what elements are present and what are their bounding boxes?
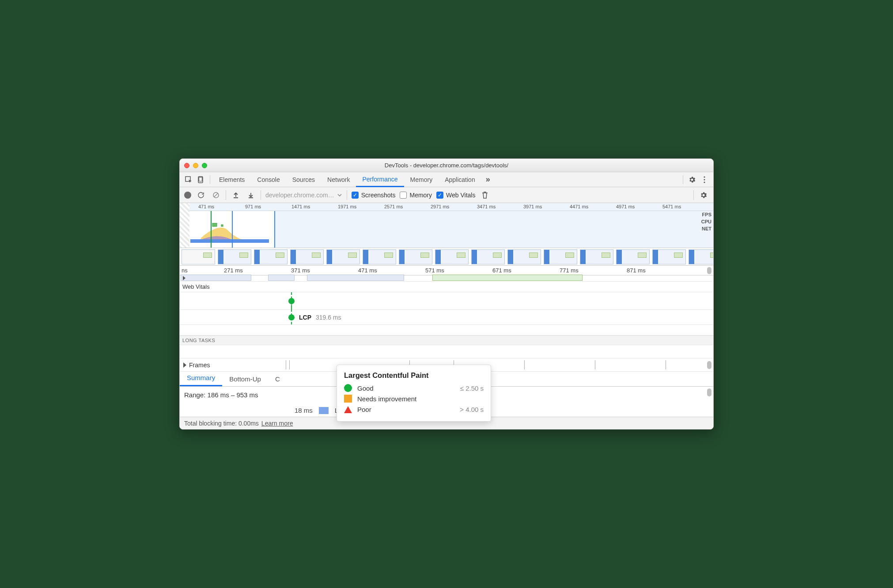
expand-triangle-icon[interactable] [183,362,186,368]
screenshot-thumb[interactable] [399,249,432,264]
cpu-label: CPU [701,219,711,224]
good-dot-icon[interactable] [288,314,295,320]
screenshot-thumb[interactable] [326,249,360,264]
clear-icon[interactable] [211,190,221,200]
screenshot-thumb[interactable] [363,249,396,264]
recording-selector[interactable]: developer.chrome.com… [265,192,342,199]
loading-swatch-icon [319,407,329,414]
threshold-label: Needs improvement [357,395,416,403]
load-marker [232,211,233,248]
devtools-window: DevTools - developer.chrome.com/tags/dev… [179,158,714,430]
detail-ruler[interactable]: ns 271 ms 371 ms 471 ms 571 ms 671 ms 77… [180,266,713,275]
scrollbar-thumb[interactable] [707,361,711,369]
memory-checkbox[interactable]: Memory [400,192,432,199]
screenshot-thumb[interactable] [652,249,686,264]
upload-icon[interactable] [231,190,241,200]
webvitals-lane-fcp[interactable] [180,292,713,310]
tbt-text: Total blocking time: 0.00ms [184,420,259,427]
screenshots-strip[interactable] [180,248,713,266]
download-icon[interactable] [246,190,256,200]
ruler-tick: 2971 ms [431,204,449,209]
reload-icon[interactable] [196,190,206,200]
network-request[interactable] [307,275,404,281]
screenshot-thumb[interactable] [471,249,505,264]
tab-bottomup[interactable]: Bottom-Up [222,372,268,386]
tab-summary[interactable]: Summary [180,370,222,386]
webvitals-lane-empty[interactable] [180,325,713,335]
threshold-value: ≤ 2.50 s [460,384,484,392]
recording-selector-label: developer.chrome.com… [265,192,334,199]
overview-timeline[interactable]: 471 ms 971 ms 1471 ms 1971 ms 2571 ms 29… [180,203,713,248]
screenshots-label: Screenshots [361,192,396,199]
tooltip-row-poor: Poor > 4.00 s [344,405,484,413]
screenshot-thumb[interactable] [616,249,650,264]
overview-ruler: 471 ms 971 ms 1471 ms 1971 ms 2571 ms 29… [180,203,713,211]
svg-point-3 [704,176,705,177]
webvitals-checkbox[interactable]: ✓ Web Vitals [436,192,475,199]
tab-console[interactable]: Console [251,172,286,187]
tooltip-row-good: Good ≤ 2.50 s [344,384,484,392]
fcp-marker [211,211,212,248]
svg-point-5 [704,181,705,183]
network-request[interactable] [432,275,583,281]
screenshot-thumb[interactable] [254,249,288,264]
screenshot-thumb[interactable] [580,249,613,264]
screenshot-thumb[interactable] [544,249,577,264]
overview-hatch [180,203,189,248]
tab-performance[interactable]: Performance [356,172,404,187]
tab-calltree[interactable]: C [268,372,287,386]
ruler-tick: 1971 ms [338,204,356,209]
screenshot-thumb[interactable] [290,249,324,264]
tooltip-title: Largest Contentful Paint [344,371,484,380]
svg-line-7 [214,193,218,197]
svg-rect-8 [212,223,217,226]
threshold-value: > 4.00 s [460,406,484,413]
device-toggle-icon[interactable] [195,173,207,186]
network-track[interactable] [180,275,713,282]
screenshot-thumb[interactable] [182,249,215,264]
webvitals-label: Web Vitals [446,192,475,199]
capture-settings-gear-icon[interactable] [698,190,709,200]
longtasks-section-title[interactable]: LONG TASKS [180,335,713,345]
ruler-tick: 3971 ms [523,204,542,209]
net-label: NET [702,226,711,231]
checkbox-icon [400,192,407,199]
tooltip-row-needs: Needs improvement [344,395,484,403]
svg-rect-2 [199,177,202,181]
checkbox-checked-icon: ✓ [352,192,359,199]
webvitals-section-title[interactable]: Web Vitals [180,282,713,292]
good-circle-icon [344,384,352,392]
screenshot-thumb[interactable] [218,249,251,264]
scrollbar-thumb[interactable] [707,388,711,396]
record-button[interactable] [184,192,191,199]
tab-elements[interactable]: Elements [213,172,251,187]
metric-value: 319.6 ms [316,314,341,321]
tab-memory[interactable]: Memory [404,172,439,187]
ruler-tick: 471 ms [198,204,214,209]
poor-triangle-icon [344,405,352,413]
network-request[interactable] [181,275,251,281]
longtasks-lane[interactable] [180,345,713,358]
webvitals-lane-lcp[interactable]: LCP 319.6 ms [180,310,713,325]
ruler-tick: 871 ms [627,267,646,274]
settings-gear-icon[interactable] [686,173,698,186]
tab-application[interactable]: Application [439,172,481,187]
frames-label: Frames [189,362,210,369]
more-tabs-icon[interactable]: » [481,175,492,184]
screenshot-thumb[interactable] [689,249,713,264]
learn-more-link[interactable]: Learn more [261,420,293,427]
ruler-tick: 5471 ms [662,204,681,209]
trash-icon[interactable] [480,190,490,200]
tab-network[interactable]: Network [321,172,356,187]
inspect-icon[interactable] [182,173,195,186]
bottom-panel: Largest Contentful Paint Good ≤ 2.50 s N… [180,372,713,417]
tab-sources[interactable]: Sources [286,172,321,187]
network-request[interactable] [268,275,295,281]
screenshot-thumb[interactable] [507,249,541,264]
screenshot-thumb[interactable] [435,249,469,264]
svg-rect-9 [221,225,223,226]
screenshots-checkbox[interactable]: ✓ Screenshots [352,192,396,199]
scrollbar-thumb[interactable] [707,267,711,274]
flame-tracks[interactable]: Web Vitals LCP 319.6 ms LONG TASKS Frame… [180,275,713,372]
kebab-menu-icon[interactable] [698,173,711,186]
